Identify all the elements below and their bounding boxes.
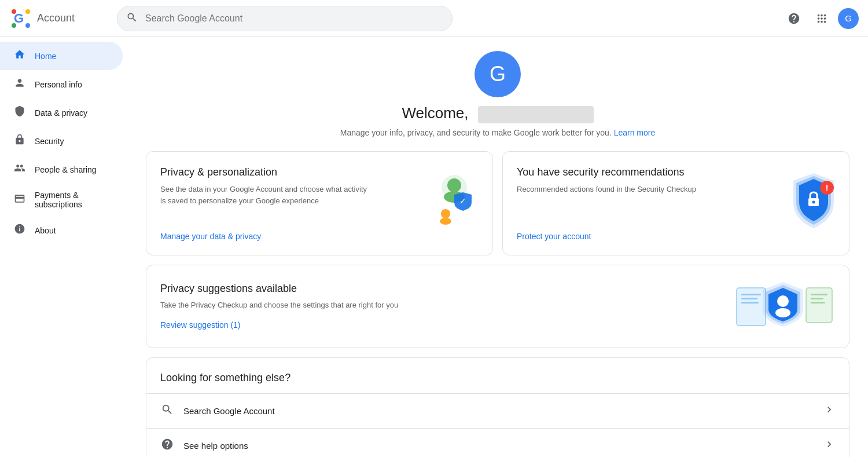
sidebar-label-security: Security xyxy=(35,137,64,146)
svg-point-3 xyxy=(25,9,30,14)
person-icon xyxy=(14,77,25,92)
privacy-card-title: Privacy & personalization xyxy=(160,166,367,179)
shield-icon xyxy=(14,105,25,120)
profile-section: G Welcome, Manage your info, privacy, an… xyxy=(146,51,849,137)
svg-rect-23 xyxy=(806,288,832,323)
sidebar-label-people-sharing: People & sharing xyxy=(35,165,97,174)
help-button[interactable] xyxy=(782,7,806,30)
svg-point-7 xyxy=(447,178,461,192)
welcome-heading: Welcome, xyxy=(402,104,593,125)
header-search-icon xyxy=(126,12,138,25)
sidebar-label-data-privacy: Data & privacy xyxy=(35,108,87,118)
profile-avatar[interactable]: G xyxy=(475,51,521,97)
app-logo[interactable]: G Account xyxy=(9,7,108,30)
sidebar-label-about: About xyxy=(35,226,56,235)
sidebar-label-home: Home xyxy=(35,52,56,61)
privacy-illustration: ✓ xyxy=(425,170,483,236)
svg-rect-27 xyxy=(811,302,825,304)
subtitle-text: Manage your info, privacy, and security … xyxy=(340,128,655,137)
app-header: G Account xyxy=(0,0,868,37)
svg-text:✓: ✓ xyxy=(459,196,466,206)
info-icon xyxy=(14,223,25,237)
svg-rect-25 xyxy=(811,294,827,295)
svg-point-4 xyxy=(12,23,16,28)
looking-section: Looking for something else? Search Googl… xyxy=(146,357,849,457)
learn-more-link[interactable]: Learn more xyxy=(614,128,656,137)
sidebar-item-payments[interactable]: Payments & subscriptions xyxy=(0,184,123,216)
header-actions: G xyxy=(782,7,859,30)
sidebar-item-people-sharing[interactable]: People & sharing xyxy=(0,155,123,184)
suggestions-illustration xyxy=(731,279,835,334)
cards-row: Privacy & personalization See the data i… xyxy=(146,151,849,255)
sidebar-item-about[interactable]: About xyxy=(0,216,123,244)
security-card-title: You have security recommendations xyxy=(517,166,724,179)
svg-rect-19 xyxy=(741,298,757,299)
search-bar xyxy=(117,6,453,31)
svg-point-11 xyxy=(440,218,451,225)
suggestions-content: Privacy suggestions available Take the P… xyxy=(160,283,731,330)
svg-point-5 xyxy=(25,23,30,28)
svg-point-2 xyxy=(12,9,16,14)
search-input[interactable] xyxy=(117,6,453,31)
svg-rect-20 xyxy=(741,302,759,304)
help-options-item[interactable]: See help options xyxy=(146,428,849,457)
welcome-name-blur xyxy=(478,106,594,123)
google-logo-icon: G xyxy=(9,7,32,30)
app-title: Account xyxy=(37,12,75,24)
svg-point-22 xyxy=(775,308,790,317)
svg-rect-26 xyxy=(811,298,823,299)
search-item-icon xyxy=(160,403,174,419)
security-card-desc: Recommended actions found in the Securit… xyxy=(517,184,724,222)
help-options-arrow xyxy=(823,438,835,453)
security-card: You have security recommendations Recomm… xyxy=(502,151,849,255)
search-account-arrow xyxy=(823,404,835,418)
svg-text:!: ! xyxy=(826,183,829,192)
suggestions-title: Privacy suggestions available xyxy=(160,283,731,295)
search-account-item[interactable]: Search Google Account xyxy=(146,393,849,428)
svg-point-21 xyxy=(777,295,789,307)
lock-icon xyxy=(14,134,25,148)
svg-point-10 xyxy=(441,209,450,218)
sidebar-label-personal-info: Personal info xyxy=(35,80,82,89)
sidebar: Home Personal info Data & privacy Securi… xyxy=(0,37,127,457)
home-icon xyxy=(14,49,25,63)
sidebar-item-personal-info[interactable]: Personal info xyxy=(0,70,123,98)
sidebar-item-home[interactable]: Home xyxy=(0,42,123,70)
people-icon xyxy=(14,162,25,177)
svg-point-13 xyxy=(812,201,815,204)
looking-title: Looking for something else? xyxy=(146,358,849,393)
suggestions-link[interactable]: Review suggestion (1) xyxy=(160,320,241,330)
suggestions-card: Privacy suggestions available Take the P… xyxy=(146,265,849,348)
privacy-card-desc: See the data in your Google Account and … xyxy=(160,184,367,222)
help-item-icon xyxy=(160,438,174,454)
svg-rect-18 xyxy=(741,294,761,295)
sidebar-label-payments: Payments & subscriptions xyxy=(35,191,109,209)
privacy-card: Privacy & personalization See the data i… xyxy=(146,151,493,255)
credit-card-icon xyxy=(14,193,25,207)
main-content: G Welcome, Manage your info, privacy, an… xyxy=(127,37,868,457)
avatar[interactable]: G xyxy=(838,8,859,29)
main-layout: Home Personal info Data & privacy Securi… xyxy=(0,37,868,457)
security-illustration: ! xyxy=(788,170,840,236)
sidebar-item-security[interactable]: Security xyxy=(0,127,123,155)
search-account-label: Search Google Account xyxy=(183,406,814,416)
help-options-label: See help options xyxy=(183,441,814,451)
suggestions-desc: Take the Privacy Checkup and choose the … xyxy=(160,299,560,311)
svg-rect-16 xyxy=(737,288,766,326)
apps-button[interactable] xyxy=(810,7,833,30)
sidebar-item-data-privacy[interactable]: Data & privacy xyxy=(0,98,123,127)
